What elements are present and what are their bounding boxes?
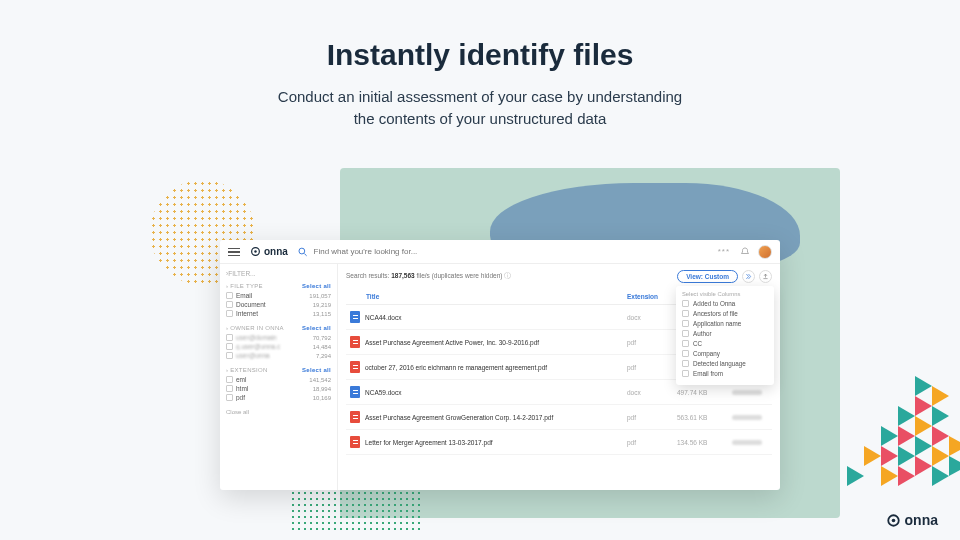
checkbox[interactable] xyxy=(682,360,689,367)
file-ext: pdf xyxy=(627,439,677,446)
svg-marker-6 xyxy=(915,396,932,416)
sidebar-filter-item[interactable]: user@domain70,792 xyxy=(226,334,331,341)
dropdown-item[interactable]: Ancestors of file xyxy=(682,310,768,317)
search-icon xyxy=(298,247,308,257)
sidebar-filter-item[interactable]: html18,994 xyxy=(226,385,331,392)
file-ext: docx xyxy=(627,389,677,396)
select-all-link[interactable]: Select all xyxy=(302,283,331,289)
checkbox[interactable] xyxy=(682,330,689,337)
menu-icon[interactable] xyxy=(228,247,240,257)
sidebar-filter-item[interactable]: eml141,542 xyxy=(226,376,331,383)
svg-marker-11 xyxy=(898,426,915,446)
file-icon xyxy=(350,311,360,323)
table-row[interactable]: Letter for Merger Agreement 13-03-2017.p… xyxy=(346,430,772,455)
checkbox[interactable] xyxy=(226,352,233,359)
dropdown-item[interactable]: Author xyxy=(682,330,768,337)
export-button[interactable] xyxy=(759,270,772,283)
file-ext: pdf xyxy=(627,364,677,371)
file-size: 497.74 KB xyxy=(677,389,732,396)
col-extension[interactable]: Extension xyxy=(627,293,677,300)
table-row[interactable]: Asset Purchase Agreement GrowGeneration … xyxy=(346,405,772,430)
select-all-link[interactable]: Select all xyxy=(302,325,331,331)
more-button[interactable]: *** xyxy=(718,247,730,256)
svg-marker-18 xyxy=(932,446,949,466)
dropdown-title: Select visible Columns xyxy=(682,291,768,297)
file-name: Letter for Merger Agreement 13-03-2017.p… xyxy=(365,439,627,446)
view-toggle[interactable]: View: Custom xyxy=(677,270,738,283)
columns-dropdown: Select visible Columns Added to OnnaAnce… xyxy=(676,286,774,385)
hero-subtitle: Conduct an initial assessment of your ca… xyxy=(0,86,960,130)
svg-marker-15 xyxy=(881,446,898,466)
file-icon xyxy=(350,361,360,373)
checkbox[interactable] xyxy=(682,350,689,357)
sidebar-group-head[interactable]: › FILE TYPESelect all xyxy=(226,283,331,289)
svg-point-1 xyxy=(254,250,256,252)
dropdown-item[interactable]: Company xyxy=(682,350,768,357)
sidebar-group-head[interactable]: › EXTENSIONSelect all xyxy=(226,367,331,373)
checkbox[interactable] xyxy=(226,343,233,350)
svg-marker-16 xyxy=(915,436,932,456)
checkbox[interactable] xyxy=(682,320,689,327)
checkbox[interactable] xyxy=(226,376,233,383)
checkbox[interactable] xyxy=(226,301,233,308)
checkbox[interactable] xyxy=(226,292,233,299)
file-icon xyxy=(350,411,360,423)
dropdown-item[interactable]: Detected language xyxy=(682,360,768,367)
app-window: onna *** › FILTER... › FILE TYPESelect a… xyxy=(220,240,780,490)
checkbox[interactable] xyxy=(682,310,689,317)
sidebar-filter-item[interactable]: user@onna7,294 xyxy=(226,352,331,359)
sidebar-filter-item[interactable]: Internet13,115 xyxy=(226,310,331,317)
dropdown-item[interactable]: Added to Onna xyxy=(682,300,768,307)
sidebar-filter-item[interactable]: Document19,219 xyxy=(226,301,331,308)
svg-marker-12 xyxy=(932,426,949,446)
svg-marker-7 xyxy=(898,406,915,426)
main-content: Search results: 187,563 file/s (duplicat… xyxy=(338,264,780,490)
svg-point-26 xyxy=(891,518,895,522)
footer-brand: onna xyxy=(886,512,938,528)
columns-button[interactable] xyxy=(742,270,755,283)
file-size: 134.56 KB xyxy=(677,439,732,446)
svg-marker-10 xyxy=(881,426,898,446)
checkbox[interactable] xyxy=(682,370,689,377)
bell-icon[interactable] xyxy=(740,247,750,257)
close-all-link[interactable]: Close all xyxy=(226,409,331,415)
file-name: NCA44.docx xyxy=(365,314,627,321)
svg-line-3 xyxy=(304,253,306,255)
file-size: 563.61 KB xyxy=(677,414,732,421)
col-title[interactable]: Title xyxy=(346,293,627,300)
file-icon xyxy=(350,436,360,448)
svg-marker-23 xyxy=(932,466,949,486)
sidebar: › FILTER... › FILE TYPESelect allEmail19… xyxy=(220,264,338,490)
file-ext: docx xyxy=(627,314,677,321)
sidebar-filter-item[interactable]: pdf10,169 xyxy=(226,394,331,401)
checkbox[interactable] xyxy=(682,300,689,307)
dropdown-item[interactable]: Email from xyxy=(682,370,768,377)
brand-logo[interactable]: onna xyxy=(250,246,288,257)
dropdown-item[interactable]: Application name xyxy=(682,320,768,327)
svg-marker-20 xyxy=(881,466,898,486)
search-input[interactable] xyxy=(314,247,708,256)
file-ext: pdf xyxy=(627,414,677,421)
search-field[interactable] xyxy=(298,247,708,257)
sidebar-filter-item[interactable]: g.user@onna.c14,484 xyxy=(226,343,331,350)
avatar[interactable] xyxy=(758,245,772,259)
checkbox[interactable] xyxy=(226,394,233,401)
sidebar-group-head[interactable]: › OWNER IN ONNASelect all xyxy=(226,325,331,331)
file-name: october 27, 2016 eric eichmann re manage… xyxy=(365,364,627,371)
checkbox[interactable] xyxy=(226,310,233,317)
select-all-link[interactable]: Select all xyxy=(302,367,331,373)
file-name: NCA59.docx xyxy=(365,389,627,396)
svg-marker-24 xyxy=(898,466,915,486)
sidebar-filter-item[interactable]: Email191,057 xyxy=(226,292,331,299)
file-icon xyxy=(350,386,360,398)
svg-marker-19 xyxy=(847,466,864,486)
file-icon xyxy=(350,336,360,348)
dropdown-item[interactable]: CC xyxy=(682,340,768,347)
svg-marker-17 xyxy=(898,446,915,466)
checkbox[interactable] xyxy=(226,334,233,341)
svg-point-2 xyxy=(299,248,305,254)
file-ext: pdf xyxy=(627,339,677,346)
filter-label[interactable]: › FILTER... xyxy=(226,270,331,277)
checkbox[interactable] xyxy=(226,385,233,392)
checkbox[interactable] xyxy=(682,340,689,347)
